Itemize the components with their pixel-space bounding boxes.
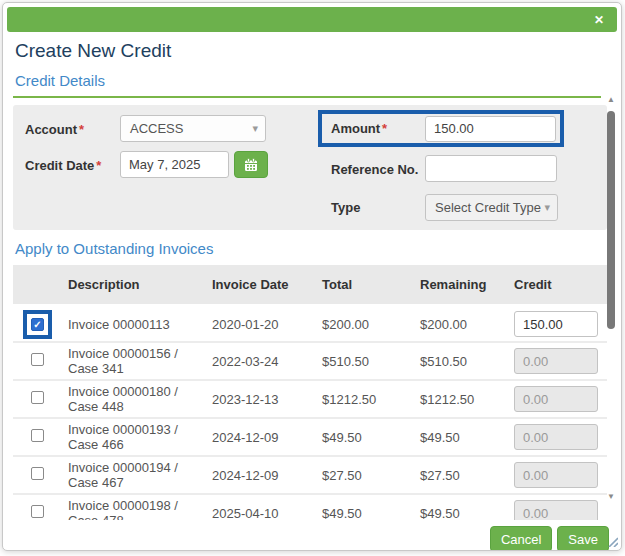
invoice-remaining: $49.50 bbox=[411, 430, 505, 445]
col-description: Description bbox=[59, 277, 203, 292]
col-credit: Credit bbox=[505, 277, 607, 292]
credit-type-select[interactable]: Select Credit Type▾ bbox=[425, 194, 558, 221]
credit-amount-input[interactable] bbox=[514, 311, 598, 337]
invoice-total: $1212.50 bbox=[313, 392, 411, 407]
type-label: Type bbox=[331, 200, 360, 215]
invoice-description: Invoice 00000194 / Case 467 bbox=[59, 457, 203, 493]
credit-amount-input bbox=[514, 462, 598, 488]
scroll-up-icon[interactable]: ▲ bbox=[605, 95, 617, 104]
resize-handle-icon[interactable] bbox=[606, 535, 618, 547]
invoice-remaining: $1212.50 bbox=[411, 392, 505, 407]
reference-no-input[interactable] bbox=[425, 155, 557, 182]
calendar-icon bbox=[244, 158, 258, 172]
scroll-down-icon[interactable]: ▼ bbox=[605, 492, 617, 501]
col-total: Total bbox=[313, 277, 411, 292]
invoice-description: Invoice 00000198 / Case 478 bbox=[59, 495, 203, 520]
credit-amount-input bbox=[514, 424, 598, 450]
invoice-total: $49.50 bbox=[313, 430, 411, 445]
account-select[interactable]: ACCESS▾ bbox=[120, 115, 266, 142]
calendar-button[interactable] bbox=[234, 151, 268, 178]
amount-input[interactable] bbox=[425, 116, 556, 142]
invoice-remaining: $510.50 bbox=[411, 354, 505, 369]
required-marker: * bbox=[79, 122, 84, 137]
checkbox-unchecked-icon[interactable] bbox=[31, 391, 44, 404]
checkbox-highlight-box: ✓ bbox=[23, 310, 52, 339]
invoice-date: 2020-01-20 bbox=[203, 317, 313, 332]
credit-cell bbox=[505, 462, 607, 488]
checkbox-cell bbox=[13, 467, 59, 483]
reference-no-label: Reference No. bbox=[331, 162, 418, 177]
dialog-scrollbar[interactable]: ▲ ▼ bbox=[605, 95, 617, 505]
close-icon[interactable]: ✕ bbox=[590, 11, 608, 29]
invoice-table-header: Description Invoice Date Total Remaining… bbox=[13, 265, 607, 304]
checkbox-unchecked-icon[interactable] bbox=[31, 505, 44, 518]
chevron-down-icon: ▾ bbox=[252, 116, 258, 141]
invoice-row: ✓Invoice 000001132020-01-20$200.00$200.0… bbox=[13, 307, 607, 343]
credit-cell bbox=[505, 424, 607, 450]
invoice-description: Invoice 00000156 / Case 341 bbox=[59, 343, 203, 379]
credit-cell bbox=[505, 348, 607, 374]
invoice-total: $49.50 bbox=[313, 506, 411, 521]
page-title: Create New Credit bbox=[15, 40, 601, 62]
credit-date-label: Credit Date* bbox=[25, 158, 101, 173]
invoice-rows: ✓Invoice 000001132020-01-20$200.00$200.0… bbox=[13, 307, 607, 520]
invoice-date: 2024-12-09 bbox=[203, 468, 313, 483]
invoice-date: 2024-12-09 bbox=[203, 430, 313, 445]
dialog-footer: Cancel Save bbox=[13, 526, 609, 551]
credit-cell bbox=[505, 500, 607, 520]
invoice-total: $510.50 bbox=[313, 354, 411, 369]
checkbox-unchecked-icon[interactable] bbox=[31, 467, 44, 480]
invoice-remaining: $49.50 bbox=[411, 506, 505, 521]
invoice-total: $27.50 bbox=[313, 468, 411, 483]
cancel-button[interactable]: Cancel bbox=[490, 526, 552, 551]
save-button[interactable]: Save bbox=[557, 526, 609, 551]
credit-date-input[interactable] bbox=[120, 151, 229, 178]
credit-amount-input bbox=[514, 500, 598, 520]
account-label: Account* bbox=[25, 122, 84, 137]
checkbox-unchecked-icon[interactable] bbox=[31, 353, 44, 366]
invoice-row: Invoice 00000193 / Case 4662024-12-09$49… bbox=[13, 419, 607, 457]
invoice-row: Invoice 00000194 / Case 4672024-12-09$27… bbox=[13, 457, 607, 495]
checkbox-cell: ✓ bbox=[13, 310, 59, 339]
scrollbar-thumb[interactable] bbox=[607, 111, 615, 329]
invoice-date: 2022-03-24 bbox=[203, 354, 313, 369]
credit-cell bbox=[505, 311, 607, 337]
checkbox-cell bbox=[13, 505, 59, 520]
checkbox-checked-icon[interactable]: ✓ bbox=[31, 318, 44, 331]
credit-cell bbox=[505, 386, 607, 412]
create-credit-dialog: ✕ Create New Credit Credit Details Accou… bbox=[2, 2, 622, 551]
checkbox-unchecked-icon[interactable] bbox=[31, 429, 44, 442]
required-marker: * bbox=[382, 121, 387, 136]
dialog-content: Create New Credit Credit Details Account… bbox=[7, 40, 607, 551]
credit-details-heading: Credit Details bbox=[13, 72, 601, 98]
invoice-date: 2025-04-10 bbox=[203, 506, 313, 521]
invoice-row: Invoice 00000156 / Case 3412022-03-24$51… bbox=[13, 343, 607, 381]
amount-highlight-box: Amount* bbox=[318, 110, 564, 147]
chevron-down-icon: ▾ bbox=[544, 195, 550, 220]
invoice-description: Invoice 00000193 / Case 466 bbox=[59, 419, 203, 455]
invoice-remaining: $200.00 bbox=[411, 317, 505, 332]
required-marker: * bbox=[96, 158, 101, 173]
checkbox-cell bbox=[13, 429, 59, 445]
credit-amount-input bbox=[514, 386, 598, 412]
dialog-titlebar: ✕ bbox=[7, 7, 617, 32]
credit-details-panel: Account* ACCESS▾ Credit Date* Amount* bbox=[13, 105, 607, 230]
invoice-date: 2023-12-13 bbox=[203, 392, 313, 407]
invoice-total: $200.00 bbox=[313, 317, 411, 332]
invoice-remaining: $27.50 bbox=[411, 468, 505, 483]
invoice-row: Invoice 00000198 / Case 4782025-04-10$49… bbox=[13, 495, 607, 520]
amount-label: Amount* bbox=[331, 121, 425, 136]
apply-invoices-heading: Apply to Outstanding Invoices bbox=[15, 240, 601, 258]
checkbox-cell bbox=[13, 391, 59, 407]
credit-amount-input bbox=[514, 348, 598, 374]
col-remaining: Remaining bbox=[411, 277, 505, 292]
checkbox-cell bbox=[13, 353, 59, 369]
invoice-row: Invoice 00000180 / Case 4482023-12-13$12… bbox=[13, 381, 607, 419]
invoice-description: Invoice 00000113 bbox=[59, 314, 203, 335]
invoice-description: Invoice 00000180 / Case 448 bbox=[59, 381, 203, 417]
col-invoice-date: Invoice Date bbox=[203, 277, 313, 292]
